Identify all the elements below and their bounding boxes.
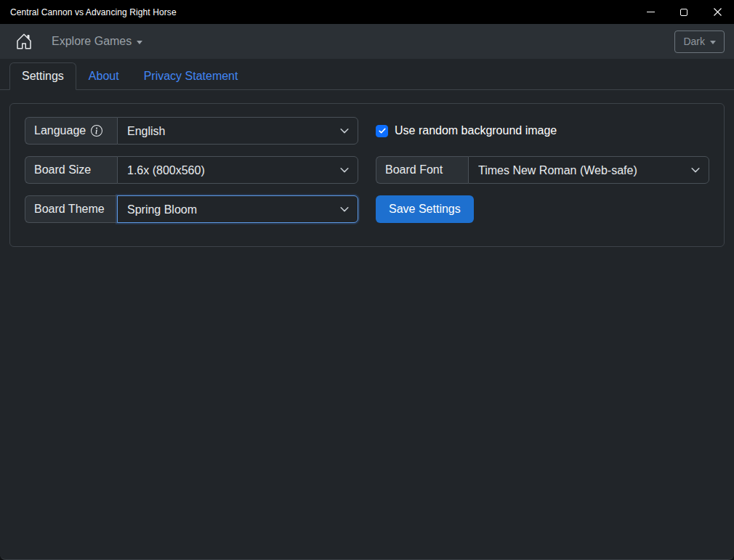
random-background-label[interactable]: Use random background image [395, 124, 557, 137]
board-font-input-group: Board Font Times New Roman (Web-safe) [376, 156, 709, 184]
explore-games-label: Explore Games [52, 35, 132, 48]
info-icon[interactable] [91, 125, 102, 137]
home-button[interactable] [9, 27, 39, 56]
close-icon [714, 8, 722, 16]
theme-selector-label: Dark [683, 36, 705, 47]
save-settings-button[interactable]: Save Settings [376, 195, 474, 223]
caret-down-icon [137, 41, 142, 44]
app-window: Central Cannon vs Advancing Right Horse … [0, 0, 734, 560]
theme-selector-button[interactable]: Dark [674, 31, 725, 53]
board-theme-select[interactable]: Spring Bloom [117, 195, 358, 223]
close-button[interactable] [701, 0, 734, 24]
board-font-select[interactable]: Times New Roman (Web-safe) [468, 156, 709, 184]
tab-privacy-statement[interactable]: Privacy Statement [132, 62, 251, 90]
maximize-button[interactable] [667, 0, 701, 24]
settings-panel: Language English [9, 103, 725, 247]
home-icon [15, 33, 33, 50]
minimize-button[interactable] [634, 0, 667, 24]
board-size-input-group: Board Size 1.6x (800x560) [25, 156, 358, 184]
explore-games-dropdown[interactable]: Explore Games [52, 35, 142, 48]
board-size-label: Board Size [25, 156, 117, 184]
random-background-checkbox[interactable] [376, 125, 388, 137]
board-theme-label: Board Theme [25, 195, 117, 223]
maximize-icon [680, 9, 687, 16]
navbar: Explore Games Dark [0, 24, 734, 59]
window-title: Central Cannon vs Advancing Right Horse [0, 7, 634, 17]
window-titlebar: Central Cannon vs Advancing Right Horse [0, 0, 734, 24]
tab-about[interactable]: About [76, 62, 132, 90]
minimize-icon [647, 12, 655, 12]
random-background-row: Use random background image [376, 117, 709, 145]
language-select[interactable]: English [117, 117, 358, 145]
board-theme-input-group: Board Theme Spring Bloom [25, 195, 358, 223]
check-icon [378, 126, 387, 135]
tab-settings[interactable]: Settings [9, 62, 76, 90]
board-font-label: Board Font [376, 156, 468, 184]
tab-bar: Settings About Privacy Statement [0, 62, 734, 90]
caret-down-icon [710, 41, 716, 44]
board-size-select[interactable]: 1.6x (800x560) [117, 156, 358, 184]
language-input-group: Language English [25, 117, 358, 145]
language-label: Language [25, 117, 117, 145]
